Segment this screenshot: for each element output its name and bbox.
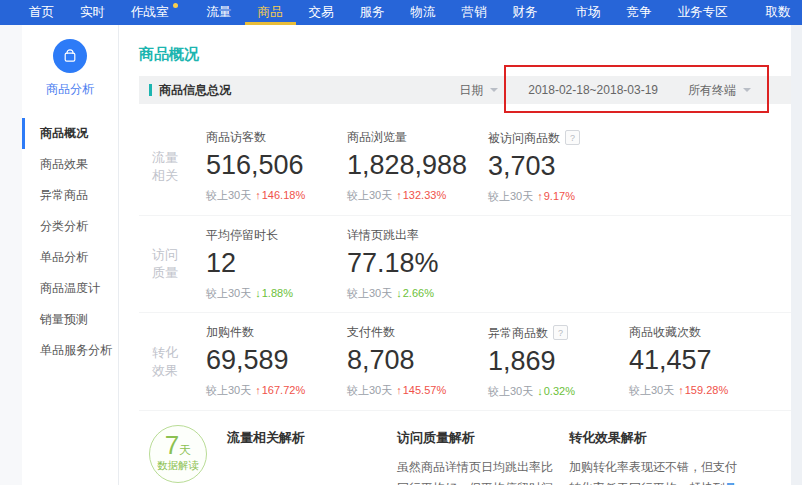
terminal-label: 所有终端 [688,82,736,99]
nav-item-goods[interactable]: 商品 [245,0,296,25]
sidebar-item-sales-forecast[interactable]: 销量预测 [22,304,118,335]
metric-value: 69,589 [206,344,347,376]
insight-title: 流量相关解析 [227,429,377,447]
trend-arrow-icon: ↑ [255,189,261,201]
metric-label: 商品浏览量 [347,130,407,144]
nav-item-market[interactable]: 市场 [563,0,614,25]
sidebar-menu: 商品概况 商品效果 异常商品 分类分析 单品分析 商品温度计 销量预测 单品服务… [22,118,118,366]
insight-body: 加购转化率表现还不错，但支付转化率低于同行平均，赶快到异常商品并结合使用商品温度… [569,457,739,485]
nav-item-war-room[interactable]: 作战室 [118,0,182,25]
sidebar-item-single-item-service[interactable]: 单品服务分析 [22,335,118,366]
nav-item-realtime[interactable]: 实时 [67,0,118,25]
left-rail [0,25,22,485]
metric-group-conversion: 转化效果 加购件数 69,589 较上30天↑167.72% 支付件数 8,70… [139,312,791,410]
section-accent-bar [149,84,152,96]
insight-body: 虽然商品详情页日均跳出率比同行平均好，但平均停留时间低于同行平均，请关注页面排版… [397,457,553,485]
question-mark-icon[interactable]: ? [553,325,568,340]
metric-item: 支付件数 8,708 较上30天↑145.57% [347,325,488,398]
metric-value: 12 [206,247,347,279]
metric-value: 3,703 [488,150,629,182]
metric-item: 商品浏览量 1,828,988 较上30天↑132.33% [347,130,488,203]
metric-label: 加购件数 [206,325,254,339]
metric-compare: 较上30天↑159.28% [629,383,770,397]
nav-item-service[interactable]: 服务 [347,0,398,25]
metric-item: 加购件数 69,589 较上30天↑167.72% [206,325,347,398]
chevron-down-icon [490,88,498,96]
metric-item: 异常商品数? 1,869 较上30天↓0.32% [488,325,629,398]
sidebar-item-category-analysis[interactable]: 分类分析 [22,211,118,242]
metric-label: 平均停留时长 [206,228,278,242]
badge-caption: 数据解读 [150,459,206,472]
metric-item: 商品收藏次数 41,457 较上30天↑159.28% [629,325,770,398]
terminal-dropdown[interactable]: 所有终端 [688,82,751,99]
metric-value: 1,828,988 [347,149,488,181]
shopping-bag-icon [53,39,87,73]
insight-column-visit-quality: 访问质量解析 虽然商品详情页日均跳出率比同行平均好，但平均停留时间低于同行平均，… [397,425,553,485]
insight-title: 转化效果解析 [569,429,739,447]
date-type-label: 日期 [459,82,483,99]
nav-item-logistics[interactable]: 物流 [398,0,449,25]
metric-compare: 较上30天↑9.17% [488,189,629,203]
nav-item-trade[interactable]: 交易 [296,0,347,25]
metric-value: 516,506 [206,149,347,181]
section-title: 商品信息总况 [159,82,231,99]
metric-value: 1,869 [488,345,629,377]
nav-item-traffic[interactable]: 流量 [194,0,245,25]
trend-arrow-icon: ↑ [396,384,402,396]
metric-item: 商品访客数 516,506 较上30天↑146.18% [206,130,347,203]
metric-group-label: 访问质量 [139,228,206,300]
metric-group-traffic: 流量相关 商品访客数 516,506 较上30天↑146.18% 商品浏览量 1… [139,118,791,215]
trend-arrow-icon: ↑ [537,190,543,202]
metric-label: 商品访客数 [206,130,266,144]
sidebar-item-abnormal-goods[interactable]: 异常商品 [22,180,118,211]
nav-item-finance[interactable]: 财务 [500,0,551,25]
nav-item-data-extract[interactable]: 取数 [753,0,802,25]
filter-bar: 日期 2018-02-18~2018-03-19 所有终端 [459,82,791,99]
top-nav: 首页 实时 作战室 流量 商品 交易 服务 物流 营销 财务 市场 竞争 业务专… [0,0,802,25]
insights-section: 7天 数据解读 流量相关解析 访问质量解析 虽然商品详情页日均跳出率比同行平均好… [139,410,791,485]
metrics-panel: 流量相关 商品访客数 516,506 较上30天↑146.18% 商品浏览量 1… [139,118,791,410]
nav-item-label: 作战室 [131,4,169,21]
nav-item-marketing[interactable]: 营销 [449,0,500,25]
sidebar: 商品分析 商品概况 商品效果 异常商品 分类分析 单品分析 商品温度计 销量预测… [22,25,119,485]
trend-arrow-icon: ↑ [396,189,402,201]
section-header: 商品信息总况 日期 2018-02-18~2018-03-19 所有终端 [139,76,791,104]
metric-compare: 较上30天↓1.88% [206,286,347,300]
sidebar-panel-title: 商品分析 [22,81,118,98]
metric-value: 77.18% [347,247,488,279]
trend-arrow-icon: ↑ [255,384,261,396]
metric-label: 详情页跳出率 [347,228,419,242]
metric-value: 41,457 [629,344,770,376]
chevron-down-icon [743,88,751,96]
metric-item: 被访问商品数? 3,703 较上30天↑9.17% [488,130,629,203]
question-mark-icon[interactable]: ? [565,130,580,145]
nav-item-competition[interactable]: 竞争 [614,0,665,25]
sidebar-item-goods-effect[interactable]: 商品效果 [22,149,118,180]
trend-arrow-icon: ↓ [537,385,543,397]
trend-arrow-icon: ↓ [255,287,261,299]
metric-item: 详情页跳出率 77.18% 较上30天↓2.66% [347,228,488,300]
sidebar-item-goods-overview[interactable]: 商品概况 [22,118,118,149]
nav-item-business-zone[interactable]: 业务专区 [665,0,741,25]
metric-label: 支付件数 [347,325,395,339]
date-type-dropdown[interactable]: 日期 [459,82,498,99]
date-range-picker[interactable]: 2018-02-18~2018-03-19 [528,83,658,97]
metric-compare: 较上30天↑132.33% [347,188,488,202]
sidebar-item-goods-thermometer[interactable]: 商品温度计 [22,273,118,304]
sidebar-item-single-item-analysis[interactable]: 单品分析 [22,242,118,273]
metric-label: 商品收藏次数 [629,325,701,339]
insight-title: 访问质量解析 [397,429,553,447]
metric-compare: 较上30天↑145.57% [347,383,488,397]
metric-value: 8,708 [347,344,488,376]
metric-compare: 较上30天↑146.18% [206,188,347,202]
metric-group-label: 转化效果 [139,325,206,398]
metric-compare: 较上30天↓0.32% [488,384,629,398]
main-content: 商品概况 商品信息总况 日期 2018-02-18~2018-03-19 所有终… [119,25,791,485]
trend-arrow-icon: ↑ [678,384,684,396]
nav-item-home[interactable]: 首页 [16,0,67,25]
metric-label: 异常商品数 [488,326,548,340]
metric-group-label: 流量相关 [139,130,206,203]
data-insight-badge: 7天 数据解读 [149,425,207,483]
page-title: 商品概况 [139,45,791,64]
insight-column-conversion: 转化效果解析 加购转化率表现还不错，但支付转化率低于同行平均，赶快到异常商品并结… [569,425,739,485]
